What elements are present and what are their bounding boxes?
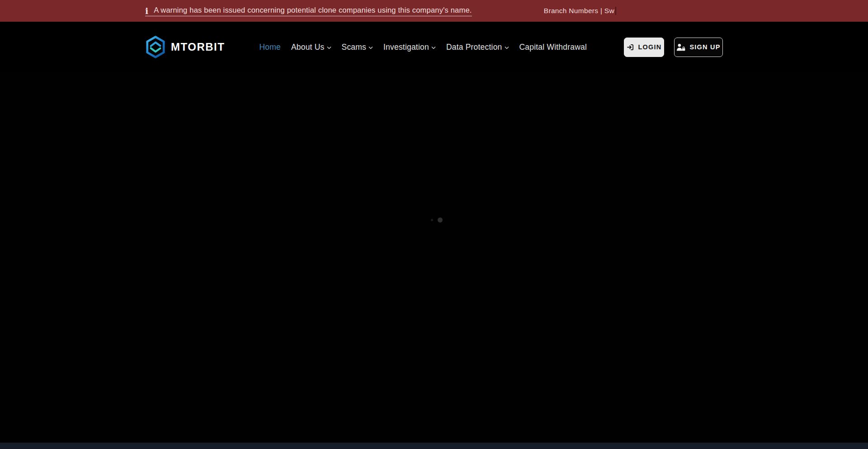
nav-label: Home [259,43,280,52]
nav-item-scams[interactable]: Scams [342,43,373,52]
header-container: MTORBIT Home About Us Scams Investigatio… [145,36,723,58]
chevron-down-icon [368,46,373,49]
info-icon: i [145,7,148,15]
loader-dot-small [431,219,433,221]
bottom-strip [0,443,868,449]
nav-item-capital-withdrawal[interactable]: Capital Withdrawal [519,43,587,52]
warning-banner: i A warning has been issued concerning p… [0,0,868,22]
nav-item-about-us[interactable]: About Us [291,43,331,52]
chevron-down-icon [431,46,436,49]
ticker-caret [615,7,616,15]
brand-logo-link[interactable]: MTORBIT [145,36,225,58]
warning-text: A warning has been issued concerning pot… [154,6,472,14]
signup-label: SIGN UP [689,43,720,51]
nav-item-investigation[interactable]: Investigation [383,43,436,52]
loader-dot-large [438,217,443,222]
header-actions: LOGIN SIGN UP [624,38,723,57]
sign-up-button[interactable]: SIGN UP [674,38,723,57]
sign-in-icon [627,43,634,51]
chevron-down-icon [505,46,509,49]
banner-container: i A warning has been issued concerning p… [145,0,723,22]
user-lock-icon [676,43,685,51]
clone-warning-link[interactable]: i A warning has been issued concerning p… [145,6,472,16]
branch-numbers-ticker: Branch Numbers | Sw [544,7,616,15]
login-button[interactable]: LOGIN [624,38,664,57]
nav-label: Data Protection [446,43,502,52]
nav-label: About Us [291,43,325,52]
nav-item-data-protection[interactable]: Data Protection [446,43,509,52]
nav-item-home[interactable]: Home [259,43,280,52]
main-nav: Home About Us Scams Investigation [259,43,587,52]
brand-name: MTORBIT [171,41,225,53]
chevron-down-icon [327,46,331,49]
loading-spinner [431,217,443,223]
nav-label: Capital Withdrawal [519,43,587,52]
ticker-text: Branch Numbers | Sw [544,7,614,15]
hexagon-logo-icon [145,36,166,58]
main-content-loading [0,72,868,443]
nav-label: Investigation [383,43,429,52]
nav-label: Scams [342,43,366,52]
login-label: LOGIN [638,43,662,51]
site-header: MTORBIT Home About Us Scams Investigatio… [0,22,868,72]
